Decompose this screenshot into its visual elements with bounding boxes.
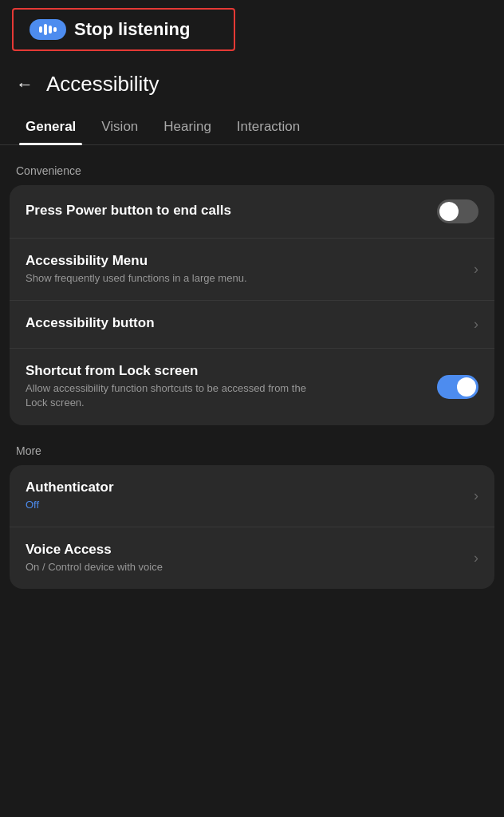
convenience-section-label: Convenience (0, 164, 504, 185)
mic-bar-4 (53, 27, 57, 32)
accessibility-button-content: Accessibility button (26, 315, 467, 334)
toggle-knob-2 (457, 377, 476, 397)
mic-bar-2 (44, 24, 47, 35)
tab-interaction[interactable]: Interaction (224, 109, 313, 144)
voice-access-item[interactable]: Voice Access On / Control device with vo… (10, 527, 494, 589)
shortcut-lock-content: Shortcut from Lock screen Allow accessib… (26, 363, 437, 410)
mic-bar-1 (39, 26, 42, 33)
authenticator-title: Authenticator (26, 480, 467, 495)
accessibility-menu-item[interactable]: Accessibility Menu Show frequently used … (10, 239, 494, 301)
mic-bars-icon (39, 24, 57, 35)
toggle-knob (439, 202, 459, 221)
shortcut-lock-subtitle: Allow accessibility function shortcuts t… (26, 381, 329, 410)
accessibility-menu-chevron: › (474, 261, 478, 278)
authenticator-subtitle: Off (26, 498, 329, 512)
voice-access-title: Voice Access (26, 542, 467, 558)
tab-vision[interactable]: Vision (89, 109, 151, 144)
accessibility-menu-title: Accessibility Menu (26, 253, 467, 269)
voice-access-content: Voice Access On / Control device with vo… (26, 542, 467, 574)
more-section-label: More (0, 444, 504, 465)
voice-access-chevron: › (474, 550, 478, 566)
press-power-item[interactable]: Press Power button to end calls (10, 185, 494, 239)
press-power-title: Press Power button to end calls (26, 203, 437, 219)
authenticator-item[interactable]: Authenticator Off › (10, 465, 494, 527)
stop-listening-banner[interactable]: Stop listening (12, 8, 235, 51)
back-arrow-icon[interactable]: ← (16, 74, 33, 95)
accessibility-button-item[interactable]: Accessibility button › (10, 301, 494, 349)
shortcut-lock-toggle[interactable] (437, 375, 478, 399)
shortcut-lock-title: Shortcut from Lock screen (26, 363, 437, 379)
page-title: Accessibility (46, 72, 159, 97)
press-power-content: Press Power button to end calls (26, 203, 437, 221)
convenience-card: Press Power button to end calls Accessib… (10, 185, 494, 425)
mic-bar-3 (49, 26, 52, 34)
voice-access-subtitle: On / Control device with voice (26, 560, 329, 574)
mic-icon-wrapper (30, 19, 66, 40)
tab-hearing[interactable]: Hearing (151, 109, 224, 144)
accessibility-button-chevron: › (474, 316, 478, 333)
header: ← Accessibility (0, 59, 504, 109)
tabs-bar: General Vision Hearing Interaction (0, 109, 504, 145)
accessibility-menu-content: Accessibility Menu Show frequently used … (26, 253, 467, 286)
more-card: Authenticator Off › Voice Access On / Co… (10, 465, 494, 589)
authenticator-chevron: › (474, 487, 478, 504)
accessibility-menu-subtitle: Show frequently used functions in a larg… (26, 271, 329, 286)
press-power-toggle[interactable] (437, 199, 478, 223)
tab-general[interactable]: General (13, 109, 89, 144)
authenticator-content: Authenticator Off (26, 480, 467, 512)
stop-listening-label: Stop listening (74, 19, 190, 40)
shortcut-lock-screen-item[interactable]: Shortcut from Lock screen Allow accessib… (10, 349, 494, 424)
accessibility-button-title: Accessibility button (26, 315, 467, 331)
